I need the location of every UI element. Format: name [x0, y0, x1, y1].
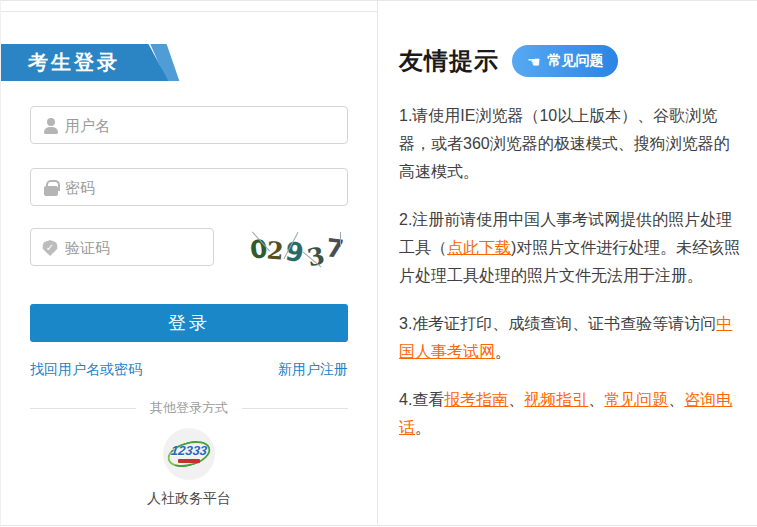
- faq-button[interactable]: ☚ 常见问题: [512, 45, 618, 77]
- register-link[interactable]: 新用户注册: [278, 361, 348, 379]
- tip-item: 4.查看报考指南、视频指引、常见问题、咨询电话。: [399, 386, 745, 442]
- tip-text: 、: [668, 391, 684, 408]
- login-panel-header: 考生登录: [1, 44, 183, 81]
- other-login-divider: 其他登录方式: [30, 399, 348, 417]
- captcha-input[interactable]: [31, 229, 213, 265]
- tip-text: 、: [508, 391, 524, 408]
- tip-text: 4.查看: [399, 391, 444, 408]
- tip-text: 1.请使用IE浏览器（10以上版本）、谷歌浏览器，或者360浏览器的极速模式、搜…: [399, 107, 730, 180]
- divider-line: [242, 408, 348, 409]
- tip-text: 。: [495, 343, 511, 360]
- tips-title: 友情提示: [399, 45, 499, 77]
- tip-item: 2.注册前请使用中国人事考试网提供的照片处理工具（点此下载)对照片文件进行处理。…: [399, 206, 745, 290]
- captcha-image[interactable]: 02937: [248, 229, 343, 269]
- login-button[interactable]: 登录: [30, 304, 348, 342]
- panel-divider: [377, 1, 378, 525]
- login-card-top-border: [1, 11, 377, 12]
- rensha-12333-logo[interactable]: 12333: [163, 428, 215, 480]
- tips-list: 1.请使用IE浏览器（10以上版本）、谷歌浏览器，或者360浏览器的极速模式、搜…: [399, 102, 745, 442]
- other-login-label: 其他登录方式: [150, 399, 228, 417]
- tips-title-row: 友情提示 ☚ 常见问题: [399, 45, 745, 77]
- tip-text: 。: [415, 419, 431, 436]
- password-field[interactable]: [30, 168, 348, 206]
- tip-text: 3.准考证打印、成绩查询、证书查验等请访问: [399, 315, 716, 332]
- divider-line: [30, 408, 136, 409]
- logo-red-band: [178, 459, 200, 463]
- tip-link[interactable]: 报考指南: [444, 391, 508, 408]
- tip-link[interactable]: 点此下载: [447, 239, 511, 256]
- tip-text: 、: [588, 391, 604, 408]
- captcha-noise-line: [340, 232, 341, 247]
- logo-12333-text: 12333: [162, 443, 216, 458]
- tip-link[interactable]: 视频指引: [524, 391, 588, 408]
- login-page: 考生登录 ✓ 02937 登录 找回用户名或密码 新用户注册 其他登录方式 12…: [0, 0, 757, 527]
- username-field[interactable]: [30, 106, 348, 144]
- forgot-credentials-link[interactable]: 找回用户名或密码: [30, 361, 142, 379]
- faq-button-label: 常见问题: [547, 52, 603, 70]
- tips-panel: 友情提示 ☚ 常见问题 1.请使用IE浏览器（10以上版本）、谷歌浏览器，或者3…: [399, 45, 745, 462]
- account-links-row: 找回用户名或密码 新用户注册: [30, 361, 348, 379]
- captcha-digit: 7: [324, 233, 345, 264]
- pointing-hand-icon: ☚: [527, 54, 540, 69]
- platform-label: 人社政务平台: [1, 490, 377, 508]
- password-input[interactable]: [31, 169, 347, 205]
- tip-link[interactable]: 常见问题: [604, 391, 668, 408]
- username-input[interactable]: [31, 107, 347, 143]
- tip-item: 1.请使用IE浏览器（10以上版本）、谷歌浏览器，或者360浏览器的极速模式、搜…: [399, 102, 745, 186]
- captcha-field[interactable]: ✓: [30, 228, 214, 266]
- page-bottom-border: [1, 525, 757, 526]
- tip-item: 3.准考证打印、成绩查询、证书查验等请访问中国人事考试网。: [399, 310, 745, 366]
